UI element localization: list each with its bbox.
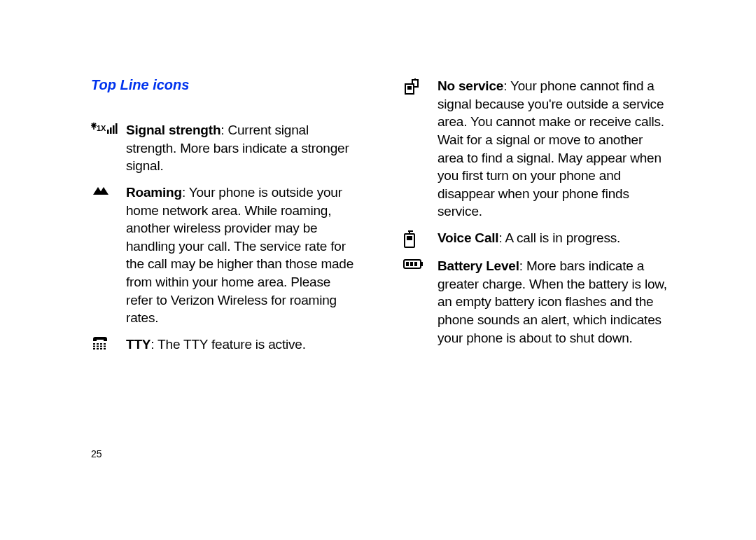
entry-description: Battery Level: More bars indicate a grea…	[438, 257, 672, 347]
svg-rect-22	[407, 236, 412, 240]
entry-text: : The TTY feature is active.	[150, 337, 305, 352]
icon-entry: TTY: The TTY feature is active.	[91, 335, 360, 354]
roaming-icon	[91, 184, 126, 196]
svg-text:1X: 1X	[97, 124, 106, 132]
signal-strength-icon: 1X	[91, 121, 126, 135]
svg-rect-4	[115, 123, 118, 134]
icon-entry: No service: Your phone cannot find a sig…	[402, 77, 672, 221]
battery-level-icon	[402, 257, 438, 270]
svg-rect-15	[97, 348, 99, 349]
tty-icon	[91, 335, 126, 351]
entry-description: No service: Your phone cannot find a sig…	[438, 77, 672, 221]
svg-rect-2	[110, 127, 112, 134]
section-heading: Top Line icons	[91, 77, 360, 93]
left-column: Top Line icons 1X Signal strength: Curre…	[91, 77, 360, 362]
page-number: 25	[91, 448, 102, 459]
entry-text: : Your phone cannot find a signal becaus…	[438, 78, 664, 219]
svg-rect-28	[410, 262, 413, 266]
svg-rect-29	[414, 262, 417, 266]
svg-rect-17	[104, 348, 106, 349]
icon-entry: Battery Level: More bars indicate a grea…	[402, 257, 672, 347]
svg-rect-6	[93, 343, 95, 345]
icon-entry: Voice Call: A call is in progress.	[402, 229, 672, 249]
svg-rect-19	[407, 86, 412, 90]
icon-entry: Roaming: Your phone is outside your home…	[91, 184, 360, 327]
svg-rect-24	[408, 230, 413, 232]
entry-term: No service	[438, 78, 503, 93]
svg-rect-16	[100, 348, 102, 349]
svg-rect-13	[104, 346, 106, 347]
no-service-icon	[402, 77, 438, 95]
entry-term: Signal strength	[126, 123, 220, 137]
svg-rect-7	[97, 343, 99, 345]
svg-rect-8	[100, 343, 102, 345]
svg-rect-3	[113, 125, 115, 134]
entry-text: : Your phone is outside your home networ…	[126, 185, 354, 325]
right-column: No service: Your phone cannot find a sig…	[402, 77, 672, 362]
svg-rect-14	[93, 348, 95, 349]
entry-description: Voice Call: A call is in progress.	[438, 229, 672, 247]
entry-term: Battery Level	[438, 258, 519, 273]
svg-rect-12	[100, 346, 102, 347]
manual-page: Top Line icons 1X Signal strength: Curre…	[0, 0, 756, 362]
svg-rect-26	[421, 262, 423, 266]
icon-entry: 1X Signal strength: Current signal stren…	[91, 121, 360, 175]
entry-text: : A call is in progress.	[498, 230, 620, 245]
svg-rect-1	[107, 130, 109, 134]
svg-rect-10	[93, 346, 95, 347]
entry-term: Voice Call	[438, 230, 498, 245]
entry-term: Roaming	[126, 185, 182, 200]
entry-description: Roaming: Your phone is outside your home…	[126, 184, 360, 327]
entry-description: Signal strength: Current signal strength…	[126, 121, 360, 175]
voice-call-icon	[402, 229, 438, 249]
entry-term: TTY	[126, 337, 150, 352]
svg-rect-27	[406, 262, 409, 266]
svg-rect-11	[97, 346, 99, 347]
svg-rect-9	[104, 343, 106, 345]
svg-rect-21	[405, 234, 414, 247]
entry-description: TTY: The TTY feature is active.	[126, 335, 360, 354]
